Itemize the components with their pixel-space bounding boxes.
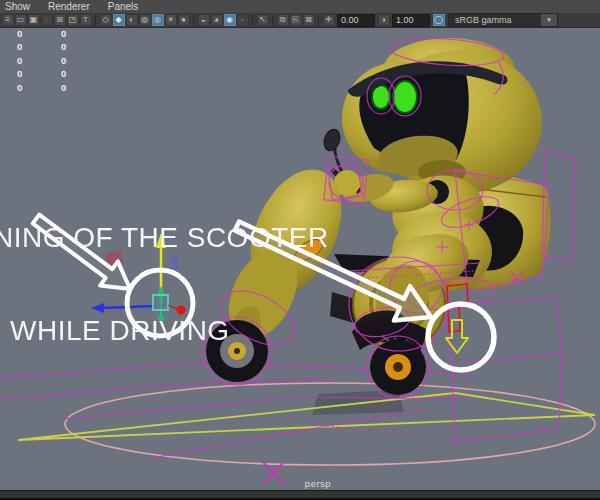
contrast-icon[interactable]: ◑ [378,14,390,26]
pane-dim-icon[interactable]: ▫ [41,14,53,26]
toolbar-separator [95,15,96,26]
viewport-toolbar: ≡ ▭ ▣ ▫ ⊞ ◳ T ◇ ◆ ◐ ◍ ◎ ☀ ● ◒ ◕ ◉ ▪ ↖ ⧉ … [0,13,600,28]
channel-value: 0 [61,55,66,66]
camera-label: persp [296,478,340,489]
default-material-icon[interactable]: ◉ [224,14,236,26]
lit-sphere-icon[interactable]: ◕ [211,14,223,26]
smooth-shade-icon[interactable]: ◆ [113,14,125,26]
half-sphere-icon[interactable]: ◐ [126,14,138,26]
exposure-field[interactable]: 0.00 [337,14,375,27]
textured-sphere-icon[interactable]: ◍ [139,14,151,26]
pane-corner-icon[interactable]: ◳ [67,14,79,26]
contrast-field[interactable]: 1.00 [392,14,430,27]
shaded-sphere-icon[interactable]: ● [178,14,190,26]
toolbar-separator [318,15,319,26]
channel-value: 0 [61,41,66,52]
view-transform-dropdown[interactable]: sRGB gamma ▾ [448,13,558,27]
book-pair-icon[interactable]: ⎘ [290,14,302,26]
lights-icon[interactable]: ☀ [165,14,177,26]
exposure-icon[interactable]: ✛ [323,14,335,26]
toolbar-separator [193,15,194,26]
channel-value: 0 [17,28,22,39]
grease-pencil-icon[interactable]: ⊠ [303,14,315,26]
panel-menu-icon[interactable]: ≡ [2,14,14,26]
menu-panels[interactable]: Panels [108,0,139,13]
channel-value: 0 [61,68,66,79]
wireframe-cube-icon[interactable]: ◇ [100,14,112,26]
single-pane-icon[interactable]: ▭ [15,14,27,26]
field-chart-icon[interactable]: ⧉ [277,14,289,26]
pane-text-icon[interactable]: T [80,14,92,26]
gamma-toggle-icon[interactable]: ◯ [433,14,445,26]
pane-dot-icon[interactable]: ▣ [28,14,40,26]
dim-pane2-icon[interactable]: ▪ [237,14,249,26]
channel-value: 0 [61,82,66,93]
bottom-bar [0,490,600,500]
view-transform-label: sRGB gamma [449,15,541,25]
camera-sphere-icon[interactable]: ◒ [198,14,210,26]
channel-value: 0 [61,28,66,39]
toolbar-separator [252,15,253,26]
chevron-down-icon[interactable]: ▾ [541,14,557,26]
channel-value: 0 [17,68,22,79]
red-wireframe [447,284,468,332]
channel-value: 0 [17,82,22,93]
panel-menubar: Show Renderer Panels [0,0,600,13]
menu-show[interactable]: Show [5,0,30,13]
isolate-select-icon[interactable]: ↖ [257,14,269,26]
menu-renderer[interactable]: Renderer [48,0,90,13]
toolbar-separator [272,15,273,26]
yellow-down-arrow [446,320,468,353]
maya-viewport-window: Show Renderer Panels ≡ ▭ ▣ ▫ ⊞ ◳ T ◇ ◆ ◐… [0,0,600,500]
annotation-text: NING OF THE SCOOTER WHILE DRIVING [0,160,329,408]
four-pane-icon[interactable]: ⊞ [54,14,66,26]
channel-value: 0 [17,41,22,52]
channel-value: 0 [17,55,22,66]
annotation-circle-right [428,304,494,370]
textured-lit-icon[interactable]: ◎ [152,14,164,26]
annotation-line2: WHILE DRIVING [0,315,329,346]
annotation-line1: NING OF THE SCOOTER [0,222,329,253]
